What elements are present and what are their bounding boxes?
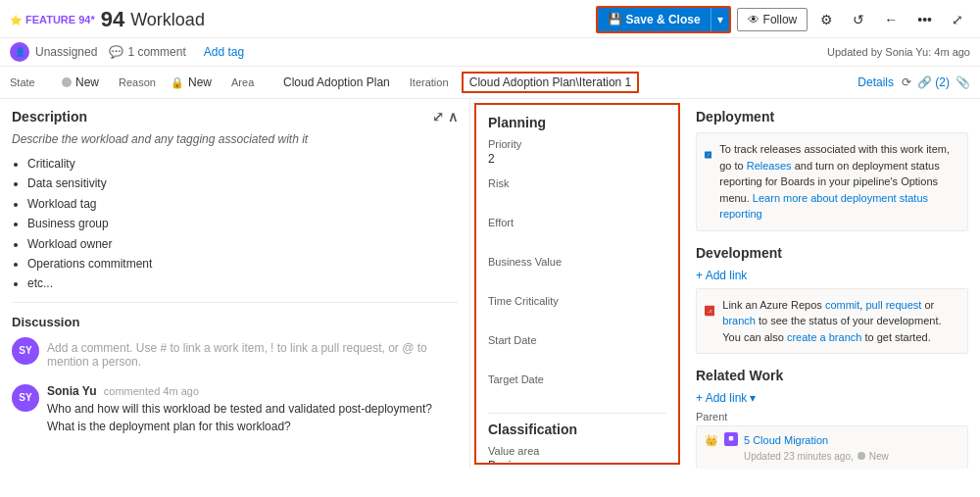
area-group: Area Cloud Adoption Plan bbox=[231, 75, 390, 89]
planning-label: Planning bbox=[488, 115, 546, 130]
risk-value[interactable] bbox=[488, 191, 666, 207]
value-area-label: Value area bbox=[488, 445, 666, 457]
save-close-dropdown[interactable]: ▾ bbox=[710, 8, 729, 31]
priority-value[interactable]: 2 bbox=[488, 152, 666, 168]
effort-value[interactable] bbox=[488, 230, 666, 246]
meta-row: 👤 Unassigned 💬 1 comment Add tag Updated… bbox=[0, 38, 980, 67]
risk-label: Risk bbox=[488, 177, 666, 189]
save-close-button[interactable]: 💾 Save & Close bbox=[598, 8, 710, 31]
commenter-avatar: SY bbox=[12, 384, 39, 412]
add-related-link-button[interactable]: + Add link ▾ bbox=[696, 391, 968, 405]
related-work-title: Related Work bbox=[696, 368, 968, 383]
link-icon[interactable]: 🔗 (2) bbox=[917, 75, 950, 89]
list-item: Data sensitivity bbox=[27, 174, 458, 193]
comment-placeholder[interactable]: Add a comment. Use # to link a work item… bbox=[47, 337, 458, 373]
parent-item-body: 5 Cloud Migration Updated 23 minutes ago… bbox=[744, 432, 889, 464]
undo-button[interactable]: ↺ bbox=[846, 8, 871, 31]
list-item: Criticality bbox=[27, 154, 458, 174]
svg-text:🚀: 🚀 bbox=[707, 153, 710, 157]
add-link-label: + Add link bbox=[696, 269, 747, 282]
add-tag-button[interactable]: Add tag bbox=[204, 45, 244, 59]
gear-button[interactable]: ⚙ bbox=[813, 8, 840, 31]
list-item: Operations commitment bbox=[27, 254, 458, 273]
svg-text:⎇: ⎇ bbox=[708, 308, 712, 313]
attach-icon[interactable]: 📎 bbox=[956, 75, 970, 89]
title-left: FEATURE 94* 94 Workload bbox=[10, 7, 205, 32]
commenter-name: Sonia Yu bbox=[47, 384, 96, 398]
list-item: Workload owner bbox=[27, 234, 458, 254]
follow-button[interactable]: 👁 Follow bbox=[737, 8, 808, 31]
deployment-box: 🚀 To track releases associated with this… bbox=[696, 132, 968, 231]
state-label: State bbox=[10, 76, 54, 88]
comment-entry: SY Sonia Yu commented 4m ago Who and how… bbox=[12, 384, 458, 435]
description-placeholder: Describe the workload and any tagging as… bbox=[12, 132, 458, 146]
add-link-button[interactable]: + Add link bbox=[696, 269, 968, 282]
save-close-container: 💾 Save & Close ▾ bbox=[596, 6, 731, 33]
deployment-title: Deployment bbox=[696, 109, 968, 124]
start-date-value[interactable] bbox=[488, 348, 666, 364]
development-section: Development + Add link ⎇ Link an Azure R… bbox=[696, 245, 968, 355]
follow-label: Follow bbox=[763, 13, 798, 26]
history-icon[interactable]: ⟳ bbox=[902, 75, 911, 89]
risk-field: Risk bbox=[488, 177, 666, 207]
parent-link[interactable]: 5 Cloud Migration bbox=[744, 434, 828, 446]
reason-label: Reason bbox=[119, 76, 163, 88]
undo-icon: ↺ bbox=[853, 12, 864, 27]
deployment-description: To track releases associated with this w… bbox=[719, 141, 959, 223]
commit-link[interactable]: commit bbox=[825, 299, 859, 311]
comment-time: commented 4m ago bbox=[104, 385, 199, 397]
iteration-label: Iteration bbox=[410, 76, 454, 88]
development-label: Development bbox=[696, 245, 782, 261]
divider bbox=[488, 413, 666, 414]
releases-link[interactable]: Releases bbox=[747, 160, 792, 172]
business-value-field: Business Value bbox=[488, 256, 666, 285]
effort-field: Effort bbox=[488, 217, 666, 246]
more-icon: ••• bbox=[917, 12, 932, 27]
back-button[interactable]: ← bbox=[877, 8, 905, 31]
save-icon: 💾 bbox=[608, 13, 622, 26]
lock-icon: 🔒 bbox=[171, 76, 184, 89]
comment-count: 1 comment bbox=[127, 45, 185, 59]
time-criticality-label: Time Criticality bbox=[488, 295, 666, 307]
left-panel: Description ⤢ ∧ Describe the workload an… bbox=[0, 99, 470, 469]
iteration-value[interactable]: Cloud Adoption Plan\Iteration 1 bbox=[462, 72, 639, 93]
details-button[interactable]: Details bbox=[858, 75, 894, 89]
value-area-value[interactable]: Business bbox=[488, 459, 666, 465]
main-content: Description ⤢ ∧ Describe the workload an… bbox=[0, 99, 980, 469]
add-related-link-label: + Add link bbox=[696, 391, 747, 405]
area-label: Area bbox=[231, 76, 275, 88]
time-criticality-value[interactable] bbox=[488, 309, 666, 324]
item-number: 94 bbox=[101, 7, 124, 32]
comment-input-row: SY Add a comment. Use # to link a work i… bbox=[12, 337, 458, 373]
target-date-value[interactable] bbox=[488, 387, 666, 403]
reason-text: New bbox=[188, 75, 212, 89]
crown-icon: 👑 bbox=[705, 432, 718, 449]
middle-panel: Planning Priority 2 Risk Effort Business… bbox=[474, 103, 680, 465]
feature-badge: FEATURE 94* bbox=[10, 14, 95, 25]
list-item: etc... bbox=[27, 273, 458, 293]
discussion-title: Discussion bbox=[12, 315, 458, 329]
item-title: Workload bbox=[130, 10, 205, 30]
reason-group: Reason 🔒 New bbox=[119, 75, 212, 89]
development-description: Link an Azure Repos commit, pull request… bbox=[722, 297, 959, 346]
avatar-initials: SY bbox=[19, 345, 31, 356]
deployment-label: Deployment bbox=[696, 109, 774, 124]
add-related-dropdown-icon[interactable]: ▾ bbox=[750, 391, 756, 405]
create-branch-link[interactable]: create a branch bbox=[787, 331, 861, 343]
pull-request-link[interactable]: pull request bbox=[865, 299, 921, 311]
state-dot bbox=[62, 77, 72, 87]
description-section-title: Description ⤢ ∧ bbox=[12, 109, 458, 124]
comment-button[interactable]: 💬 1 comment bbox=[109, 45, 185, 59]
branch-link[interactable]: branch bbox=[722, 315, 756, 326]
learn-more-link[interactable]: Learn more about deployment status repor… bbox=[719, 192, 928, 221]
expand-button[interactable]: ⤢ bbox=[945, 8, 970, 31]
state-value: New bbox=[62, 75, 99, 89]
business-value-value[interactable] bbox=[488, 270, 666, 285]
expand-icon[interactable]: ⤢ bbox=[432, 109, 444, 124]
state-text: New bbox=[75, 75, 99, 89]
save-close-label: Save & Close bbox=[626, 13, 701, 26]
priority-field: Priority 2 bbox=[488, 138, 666, 168]
collapse-icon[interactable]: ∧ bbox=[448, 109, 458, 124]
divider bbox=[12, 302, 458, 303]
more-button[interactable]: ••• bbox=[910, 8, 939, 31]
